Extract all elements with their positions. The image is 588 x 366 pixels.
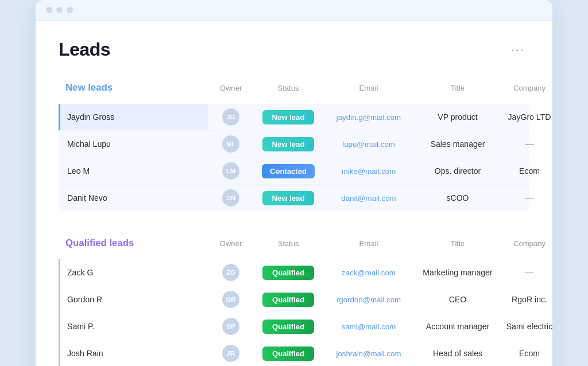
cell-email[interactable]: mike@mail.com <box>323 158 415 184</box>
col-email-q: Email <box>323 232 415 255</box>
cell-email[interactable]: jaydin.g@mail.com <box>323 104 415 130</box>
cell-company: Ecom <box>501 340 552 366</box>
cell-avatar: JG <box>208 104 254 130</box>
status-badge: New lead <box>262 191 314 205</box>
cell-name: Sami P. <box>59 313 208 340</box>
email-link[interactable]: danit@mail.com <box>341 194 396 203</box>
table-row[interactable]: Jaydin GrossJGNew leadjaydin.g@mail.comV… <box>59 104 529 131</box>
email-link[interactable]: jaydin.g@mail.com <box>336 113 401 122</box>
cell-email[interactable]: danit@mail.com <box>323 185 415 211</box>
cell-avatar: ZG <box>208 259 254 286</box>
dot2 <box>56 7 63 13</box>
status-badge: Qualified <box>262 266 314 280</box>
status-badge: Qualified <box>262 320 314 334</box>
table-row[interactable]: Gordon RGRQualifiedrgordon@mail.comCEORg… <box>59 286 529 313</box>
cell-job-title: CEO <box>415 286 501 313</box>
avatar: GR <box>222 291 239 308</box>
email-link[interactable]: zack@mail.com <box>342 268 396 277</box>
cell-name: Zack G <box>59 259 208 286</box>
cell-status[interactable]: Qualified <box>254 313 323 340</box>
table-row[interactable]: Leo MLMContactedmike@mail.comOps. direct… <box>59 158 529 185</box>
cell-status[interactable]: Contacted <box>254 158 323 184</box>
col-title-q: Title <box>415 232 501 255</box>
cell-company: — <box>501 131 552 157</box>
avatar: LM <box>222 162 239 180</box>
avatar: SP <box>222 318 239 335</box>
new-leads-title: New leads <box>65 82 113 94</box>
qualified-leads-title: Qualified leads <box>65 237 134 250</box>
cell-company: RgoR inc. <box>501 286 552 313</box>
col-status-q: Status <box>254 232 323 255</box>
more-button[interactable]: ··· <box>506 40 529 60</box>
col-title-new: Title <box>415 76 501 99</box>
status-badge: Qualified <box>262 346 314 361</box>
content-area: Leads ··· New leads Owner Status Email T… <box>36 21 552 366</box>
dot3 <box>67 7 73 13</box>
cell-company: Ecom <box>501 158 552 184</box>
cell-email[interactable]: sami@mail.com <box>323 313 415 340</box>
cell-company: JayGro LTD <box>501 104 552 130</box>
table-row[interactable]: Danit NevoDNNew leaddanit@mail.comsCOO— <box>59 185 529 211</box>
new-leads-header-row: New leads Owner Status Email Title Compa… <box>59 76 529 102</box>
table-row[interactable]: Michal LupuMLNew leadlupu@mail.comSales … <box>59 131 529 158</box>
avatar: JG <box>222 108 239 126</box>
cell-status[interactable]: New lead <box>254 131 323 157</box>
cell-status[interactable]: New lead <box>254 104 323 130</box>
cell-status[interactable]: Qualified <box>254 259 323 286</box>
cell-company: — <box>501 259 552 286</box>
new-leads-section: New leads Owner Status Email Title Compa… <box>59 76 529 211</box>
main-window: Leads ··· New leads Owner Status Email T… <box>36 0 552 366</box>
cell-email[interactable]: joshrain@mail.com <box>323 340 415 366</box>
cell-name: Gordon R <box>59 286 208 313</box>
cell-job-title: sCOO <box>415 185 501 211</box>
cell-avatar: ML <box>208 131 254 157</box>
col-owner-new: Owner <box>208 76 254 99</box>
email-link[interactable]: mike@mail.com <box>342 167 396 176</box>
cell-name: Josh Rain <box>59 340 208 366</box>
cell-name: Jaydin Gross <box>59 104 208 130</box>
table-row[interactable]: Zack GZGQualifiedzack@mail.comMarketing … <box>59 259 529 286</box>
cell-email[interactable]: zack@mail.com <box>323 259 415 286</box>
col-status-new: Status <box>254 76 323 99</box>
page-title: Leads <box>59 39 110 60</box>
cell-avatar: DN <box>208 185 254 211</box>
cell-email[interactable]: lupu@mail.com <box>323 131 415 157</box>
col-company-new: Company <box>501 76 552 99</box>
col-email-new: Email <box>323 76 415 99</box>
email-link[interactable]: lupu@mail.com <box>342 140 395 149</box>
qualified-section: Qualified leads Owner Status Email Title… <box>59 232 529 366</box>
page-header: Leads ··· <box>59 39 529 60</box>
qualified-title-cell: Qualified leads <box>59 237 208 249</box>
table-row[interactable]: Sami P.SPQualifiedsami@mail.comAccount m… <box>59 313 529 340</box>
cell-status[interactable]: Qualified <box>254 340 323 366</box>
cell-name: Danit Nevo <box>59 185 208 211</box>
dash: — <box>525 193 534 203</box>
status-badge: New lead <box>262 137 314 151</box>
status-badge: Qualified <box>262 293 314 307</box>
dash: — <box>525 139 534 149</box>
dot1 <box>46 7 52 13</box>
cell-name: Michal Lupu <box>59 131 208 157</box>
cell-job-title: VP product <box>415 104 501 130</box>
cell-job-title: Ops. director <box>415 158 501 184</box>
col-owner-q: Owner <box>208 232 254 255</box>
cell-email[interactable]: rgordon@mail.com <box>323 286 415 313</box>
cell-job-title: Marketing manager <box>415 259 501 286</box>
qualified-leads-table: Zack GZGQualifiedzack@mail.comMarketing … <box>59 259 529 366</box>
avatar: JR <box>222 345 239 362</box>
cell-status[interactable]: New lead <box>254 185 323 211</box>
cell-avatar: JR <box>208 340 254 366</box>
email-link[interactable]: rgordon@mail.com <box>336 295 401 304</box>
cell-avatar: LM <box>208 158 254 184</box>
email-link[interactable]: joshrain@mail.com <box>336 349 401 358</box>
status-badge: Contacted <box>262 164 315 178</box>
cell-company: — <box>501 185 552 211</box>
avatar: DN <box>222 189 239 207</box>
table-row[interactable]: Josh RainJRQualifiedjoshrain@mail.comHea… <box>59 340 529 366</box>
cell-status[interactable]: Qualified <box>254 286 323 313</box>
cell-avatar: SP <box>208 313 254 340</box>
email-link[interactable]: sami@mail.com <box>342 322 396 331</box>
cell-job-title: Account manager <box>415 313 501 340</box>
cell-job-title: Sales manager <box>415 131 501 157</box>
qualified-header-row: Qualified leads Owner Status Email Title… <box>59 232 529 257</box>
